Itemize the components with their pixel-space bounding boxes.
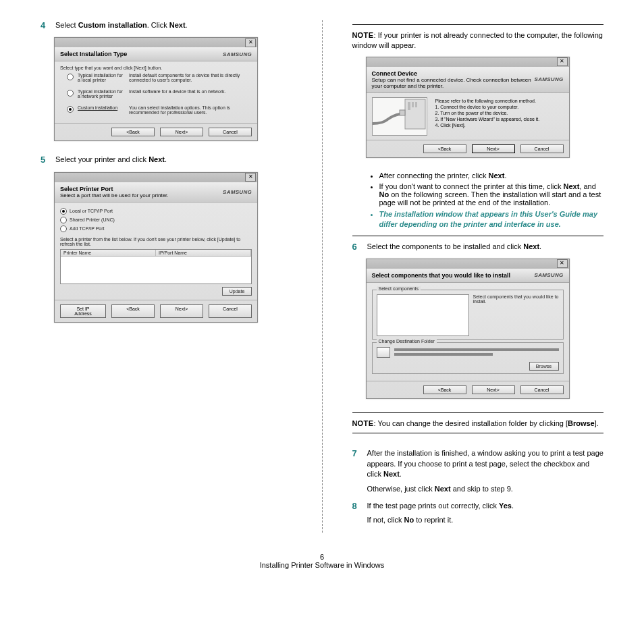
option-label: Typical installation for a local printer (78, 73, 125, 82)
dialog-subtitle: Setup can not find a connected device. C… (372, 77, 531, 89)
dialog-title: Select Installation Type (60, 51, 127, 57)
option-label: Shared Printer (UNC) (70, 217, 115, 222)
page-number: 6 (41, 553, 603, 561)
option-desc: You can select installation options. Thi… (129, 105, 249, 115)
connection-step: 3. If "New Hardware Wizard" is appeared,… (435, 117, 540, 122)
group-destination-folder: Change Destination Folder Browse (372, 342, 564, 374)
svg-rect-3 (415, 102, 417, 107)
radio-custom[interactable] (67, 106, 74, 113)
list-item: After connecting the printer, click Next… (379, 171, 604, 180)
option-label: Local or TCP/IP Port (70, 209, 113, 213)
step-number: 8 (352, 501, 360, 526)
connection-step: 2. Turn on the power of the device. (435, 111, 540, 115)
next-button[interactable]: Next> (160, 304, 203, 318)
group-label: Change Destination Folder (377, 339, 437, 344)
next-button[interactable]: Next> (472, 385, 515, 394)
cancel-button[interactable]: Cancel (520, 385, 564, 394)
note-block: NOTE: If your printer is not already con… (352, 30, 604, 51)
next-button[interactable]: Next> (472, 144, 515, 153)
close-icon[interactable]: ✕ (245, 173, 256, 182)
column-printer-name: Printer Name (61, 250, 156, 256)
radio-add-tcpip[interactable] (60, 225, 67, 232)
cancel-button[interactable]: Cancel (209, 304, 252, 318)
radio-typical-local[interactable] (67, 74, 74, 80)
titlebar: ✕ (367, 259, 569, 269)
step4-text: Select Custom installation. Click Next. (55, 20, 292, 30)
step-number: 7 (352, 448, 360, 494)
titlebar: ✕ (367, 57, 569, 67)
option-label: Custom installation (78, 105, 125, 110)
connection-step: 1. Connect the device to your computer. (435, 105, 540, 109)
browse-button[interactable]: Browse (529, 362, 559, 371)
brand-logo: SAMSUNG (535, 76, 564, 82)
option-desc: Install default components for a device … (129, 73, 249, 82)
bullet-list: After connecting the printer, click Next… (352, 171, 604, 230)
set-ip-button[interactable]: Set IP Address (60, 304, 106, 318)
step6-text: Select the components to be installed an… (367, 242, 604, 252)
brand-logo: SAMSUNG (223, 51, 252, 57)
step5-text: Select your printer and click Next. (55, 155, 292, 165)
back-button[interactable]: <Back (423, 385, 466, 394)
titlebar: ✕ (55, 38, 257, 47)
svg-rect-1 (408, 102, 410, 110)
back-button[interactable]: <Back (111, 128, 155, 136)
device-illustration (372, 97, 427, 136)
next-button[interactable]: Next> (160, 128, 203, 136)
instruction-text: Select a printer from the list below. If… (60, 237, 252, 246)
chapter-title: Installing Printer Software in Windows (41, 561, 603, 569)
dialog-select-components: ✕ Select components that you would like … (366, 259, 570, 399)
step8-text: If the test page prints out correctly, c… (367, 501, 604, 526)
step-number: 6 (352, 242, 360, 252)
step-number: 4 (41, 20, 49, 30)
brand-logo: SAMSUNG (535, 272, 564, 278)
close-icon[interactable]: ✕ (557, 259, 568, 268)
radio-shared-printer[interactable] (60, 217, 67, 223)
dialog-title: Select Printer Port (60, 186, 169, 192)
cancel-button[interactable]: Cancel (209, 128, 252, 136)
dialog-subtitle: Select a port that will be used for your… (60, 192, 169, 198)
dialog-select-printer-port: ✕ Select Printer Port Select a port that… (54, 172, 258, 323)
folder-icon (377, 347, 390, 358)
titlebar: ✕ (55, 173, 257, 182)
option-label: Typical installation for a network print… (78, 89, 125, 99)
step-number: 5 (41, 155, 49, 165)
svg-rect-2 (412, 102, 414, 107)
option-desc: Install software for a device that is on… (129, 89, 249, 94)
step7-text: After the installation is finished, a wi… (367, 448, 604, 494)
back-button[interactable]: <Back (423, 144, 466, 153)
radio-typical-network[interactable] (67, 90, 74, 97)
close-icon[interactable]: ✕ (557, 57, 568, 66)
dialog-title: Select components that you would like to… (372, 272, 511, 279)
close-icon[interactable]: ✕ (245, 38, 256, 47)
column-ip-port: IP/Port Name (156, 250, 251, 256)
update-button[interactable]: Update (222, 287, 252, 296)
svg-rect-4 (400, 110, 405, 115)
components-listbox[interactable] (377, 294, 469, 336)
note-block: NOTE: You can change the desired install… (352, 419, 604, 429)
dialog-title: Connect Device (372, 70, 535, 77)
connection-hint: Please refer to the following connection… (435, 99, 540, 103)
connection-step: 4. Click [Next]. (435, 123, 540, 128)
group-select-components: Select components Select components that… (372, 290, 564, 340)
components-desc: Select components that you would like to… (473, 294, 559, 336)
cancel-button[interactable]: Cancel (520, 144, 564, 153)
brand-logo: SAMSUNG (223, 189, 252, 195)
list-item-note: The installation window that appears in … (379, 209, 604, 230)
option-label: Add TCP/IP Port (70, 226, 105, 231)
group-label: Select components (377, 286, 421, 291)
radio-local-port[interactable] (60, 208, 67, 215)
printer-list[interactable]: Printer Name IP/Port Name (60, 249, 252, 284)
dialog-connect-device: ✕ Connect Device Setup can not find a co… (366, 57, 570, 158)
list-item: If you don't want to connect the printer… (379, 182, 604, 207)
dialog-select-installation-type: ✕ Select Installation Type SAMSUNG Selec… (54, 37, 258, 141)
instruction-text: Select type that you want and click [Nex… (60, 65, 252, 70)
back-button[interactable]: <Back (111, 304, 155, 318)
